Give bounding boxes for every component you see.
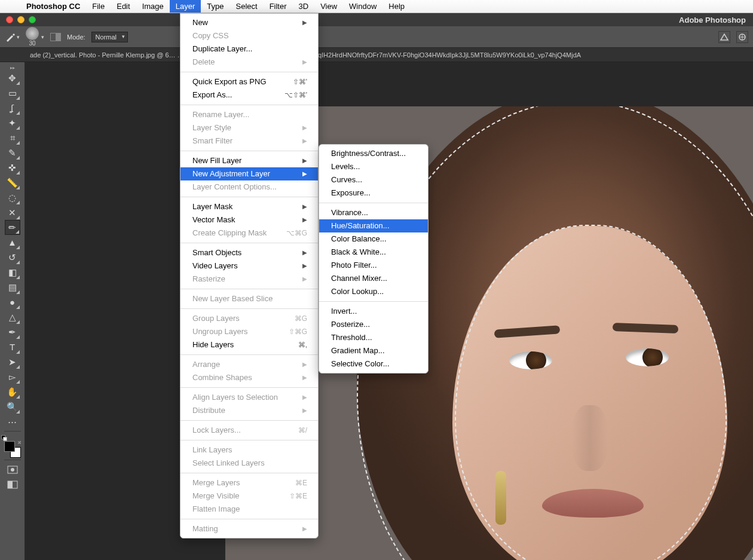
quick-selection-tool[interactable]: ◌ [5,190,20,205]
marquee-tool[interactable]: ▭ [5,85,20,100]
menu-edit[interactable]: Edit [111,0,136,13]
menu-view[interactable]: View [314,0,343,13]
adjustment-item-color-balance[interactable]: Color Balance... [319,232,428,246]
layer-menu-item-layer-mask[interactable]: Layer Mask▶ [180,200,318,213]
layer-menu-item-new-adjustment-layer[interactable]: New Adjustment Layer▶ [180,167,318,180]
direct-selection-tool[interactable]: ▻ [5,369,20,384]
layer-menu-item-hide-layers[interactable]: Hide Layers⌘, [180,338,318,351]
adjustment-item-selective-color[interactable]: Selective Color... [319,357,428,371]
window-title-bar: Adobe Photoshop [0,13,753,26]
hand-tool[interactable]: ✋ [5,384,20,399]
layer-menu-item-video-layers[interactable]: Video Layers▶ [180,259,318,273]
more-tools-icon[interactable]: ⋯ [5,414,20,429]
quick-mask-button[interactable] [5,462,20,477]
menu-help[interactable]: Help [382,0,411,13]
menu-shortcut: ⇧⌘' [293,76,307,87]
adjustment-item-invert[interactable]: Invert... [319,305,428,318]
layer-menu-item-group-layers: Group Layers⌘G [180,312,318,325]
dodge-tool[interactable]: △ [5,310,20,325]
app-name[interactable]: Photoshop CC [20,2,86,11]
zoom-tool[interactable]: 🔍 [5,399,20,414]
menu-separator [180,151,318,151]
adjustment-item-exposure[interactable]: Exposure... [319,186,428,200]
gradient-tool[interactable]: ▤ [5,280,20,295]
tools-panel: ▸▸ ✥▭ʆ✦⌗✎✜📏◌✕✏▲↺◧▤●△✒T➤▻✋🔍 ⋯ ⤭ [0,62,25,560]
blend-mode-select[interactable]: Normal ▾ [91,32,128,42]
adjustment-item-hue-saturation[interactable]: Hue/Saturation... [319,219,428,232]
lasso-tool[interactable]: ʆ [5,100,20,115]
adjustment-item-gradient-map[interactable]: Gradient Map... [319,344,428,357]
layer-menu-item-new[interactable]: New▶ [180,16,318,29]
adjustment-item-channel-mixer[interactable]: Channel Mixer... [319,272,428,285]
foreground-color[interactable] [4,441,15,452]
menu-3d[interactable]: 3D [293,0,315,13]
airbrush-icon[interactable] [736,31,748,43]
adjustment-item-brightness-contrast[interactable]: Brightness/Contrast... [319,147,428,160]
panel-grip-icon[interactable]: ▸▸ [4,65,21,71]
svg-rect-4 [8,481,13,488]
adjustment-item-threshold[interactable]: Threshold... [319,331,428,344]
history-brush-tool[interactable]: ↺ [5,250,20,265]
brush-preset-picker[interactable]: 30 ▾ [26,27,44,47]
minimize-window-button[interactable] [17,16,25,23]
menu-window[interactable]: Window [343,0,382,13]
layer-menu-item-quick-export-as-png[interactable]: Quick Export as PNG⇧⌘' [180,75,318,88]
stamp-tool[interactable]: ▲ [5,235,20,250]
menu-item-label: Color Lookup... [331,286,384,297]
swap-colors-icon[interactable]: ⤭ [17,440,22,445]
ruler-tool[interactable]: 📏 [5,175,20,190]
magic-wand-tool[interactable]: ✦ [5,115,20,130]
adjustment-item-vibrance[interactable]: Vibrance... [319,206,428,219]
menu-item-label: Merge Visible [192,491,240,501]
submenu-arrow-icon: ▶ [302,123,307,133]
layer-menu-item-new-fill-layer[interactable]: New Fill Layer▶ [180,154,318,167]
path-selection-tool[interactable]: ➤ [5,354,20,369]
menu-type[interactable]: Type [201,0,229,13]
menu-file[interactable]: File [86,0,111,13]
new-adjustment-layer-submenu: Brightness/Contrast...Levels...Curves...… [319,144,428,374]
menu-item-label: Lock Layers... [192,425,241,436]
mix-tool[interactable]: ✕ [5,205,20,220]
blur-tool[interactable]: ● [5,295,20,310]
menu-select[interactable]: Select [229,0,263,13]
layer-menu-item-duplicate-layer[interactable]: Duplicate Layer... [180,42,318,56]
menu-filter[interactable]: Filter [264,0,293,13]
adjustment-item-curves[interactable]: Curves... [319,173,428,186]
crop-tool[interactable]: ⌗ [5,130,20,145]
layer-menu-item-export-as[interactable]: Export As...⌥⇧⌘' [180,88,318,102]
submenu-arrow-icon: ▶ [302,274,307,284]
adjustment-item-posterize[interactable]: Posterize... [319,318,428,331]
default-colors-button[interactable] [1,435,7,440]
brush-tool[interactable]: ✏ [5,220,20,235]
submenu-arrow-icon: ▶ [302,247,307,258]
layer-menu-item-smart-objects[interactable]: Smart Objects▶ [180,246,318,259]
current-tool-icon[interactable]: ▾ [5,31,20,43]
move-tool[interactable]: ✥ [5,71,20,85]
menu-image[interactable]: Image [136,0,170,13]
adjustment-item-black-white[interactable]: Black & White... [319,246,428,259]
eraser-tool[interactable]: ◧ [5,265,20,280]
zoom-window-button[interactable] [29,16,36,23]
window-controls [0,16,36,23]
screen-mode-button[interactable] [5,477,20,492]
layer-menu-item-combine-shapes: Combine Shapes▶ [180,371,318,384]
type-tool[interactable]: T [5,339,20,354]
layer-menu-item-vector-mask[interactable]: Vector Mask▶ [180,213,318,227]
close-window-button[interactable] [6,16,13,23]
adjustment-item-color-lookup[interactable]: Color Lookup... [319,285,428,298]
layer-menu-item-new-layer-based-slice: New Layer Based Slice [180,292,318,305]
brush-size-value: 30 [29,40,35,47]
toggle-brush-panel-button[interactable] [50,33,61,41]
menu-item-label: Link Layers [192,445,232,455]
pen-tool[interactable]: ✒ [5,325,20,339]
adjustment-item-photo-filter[interactable]: Photo Filter... [319,259,428,272]
menu-item-label: New Adjustment Layer [192,169,270,179]
svg-point-2 [11,468,14,472]
color-swatches[interactable]: ⤭ [4,441,21,458]
spot-heal-tool[interactable]: ✜ [5,160,20,175]
menu-layer[interactable]: Layer [170,0,201,13]
pressure-opacity-icon[interactable] [718,31,730,43]
menu-item-label: Arrange [192,359,220,370]
adjustment-item-levels[interactable]: Levels... [319,160,428,173]
eyedropper-tool[interactable]: ✎ [5,145,20,160]
